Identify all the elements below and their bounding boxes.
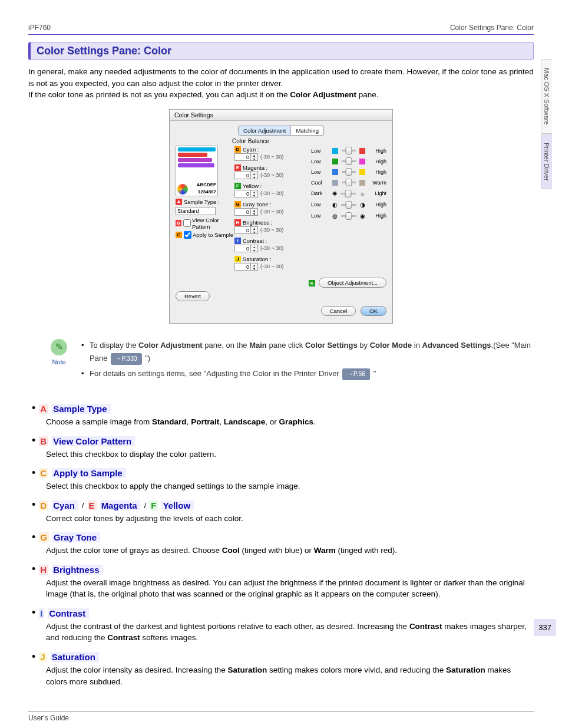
param-label-Contrast :: Contrast : <box>243 238 267 244</box>
view-pattern-label: View Color Pattern <box>192 217 234 230</box>
spin-range-0: (-30 ~ 30) <box>260 154 283 160</box>
slider-hi-1: High <box>365 159 386 164</box>
spin-input-2[interactable]: 0 <box>234 190 251 197</box>
header-rule <box>28 34 534 35</box>
spin-range-2: (-30 ~ 30) <box>260 190 283 196</box>
header-right: Color Settings Pane: Color <box>450 24 534 32</box>
item-def-desc: Correct color tones by adjusting the lev… <box>46 513 534 525</box>
item-i-desc: Adjust the contrast of the darkest and l… <box>46 621 534 644</box>
spin-buttons-3[interactable]: ▴▾ <box>251 208 258 216</box>
cancel-button[interactable]: Cancel <box>321 306 356 316</box>
tag-a: A <box>176 199 182 205</box>
spin-buttons-1[interactable]: ▴▾ <box>251 172 258 179</box>
slider-2[interactable] <box>342 171 356 173</box>
item-g-desc: Adjust the color tone of grays as desire… <box>46 545 534 556</box>
header-left: iPF760 <box>28 24 51 32</box>
spin-buttons-6[interactable]: ▴▾ <box>251 263 258 271</box>
item-b-header: •BView Color Pattern <box>32 436 534 446</box>
spin-input-5[interactable]: 0 <box>234 245 251 252</box>
param-label-Gray Tone :: Gray Tone : <box>243 201 272 207</box>
intro-p1: In general, make any needed adjustments … <box>28 67 534 88</box>
tag-g: G <box>234 201 241 207</box>
apply-to-sample-checkbox[interactable] <box>184 231 191 239</box>
tag-j: J <box>234 256 241 262</box>
spin-buttons-0[interactable]: ▴▾ <box>251 153 258 161</box>
slider-lo-3: Cool <box>311 180 332 186</box>
tag-f: F <box>234 183 241 189</box>
spin-input-0[interactable]: 0 <box>234 153 251 161</box>
section-title-bar: Color Settings Pane: Color <box>28 42 534 60</box>
item-def-header: • DCyan / EMagenta / FYellow <box>32 500 534 510</box>
apply-sample-label: Apply to Sample <box>193 232 233 238</box>
item-a-header: •ASample Type <box>32 404 534 414</box>
intro-p2b: Color Adjustment <box>290 90 356 99</box>
item-h-desc: Adjust the overall image brightness as d… <box>46 577 534 600</box>
slider-3[interactable] <box>342 182 356 183</box>
slider-6[interactable] <box>341 215 356 217</box>
view-color-pattern-checkbox[interactable] <box>183 219 191 227</box>
slider-hi-4: Light <box>365 190 386 196</box>
slider-hi-3: Warm <box>365 180 386 186</box>
spin-input-1[interactable]: 0 <box>234 172 251 179</box>
slider-lo-6: Low <box>311 213 332 219</box>
link-p56[interactable]: →P.56 <box>342 368 370 380</box>
slider-hi-5: High <box>365 202 386 207</box>
tab-matching[interactable]: Matching <box>291 126 324 136</box>
sidebar-tab-macos[interactable]: Mac OS X Software <box>541 59 552 134</box>
footer-rule <box>28 711 534 711</box>
intro-p2a: If the color tone as printed is not as y… <box>28 90 290 99</box>
spin-input-6[interactable]: 0 <box>234 263 251 271</box>
dialog-title: Color Settings <box>170 110 392 121</box>
tab-color-adjustment[interactable]: Color Adjustment <box>238 126 291 136</box>
intro-text: In general, make any needed adjustments … <box>28 66 534 101</box>
slider-lo-5: Low <box>311 202 332 207</box>
spin-range-5: (-30 ~ 30) <box>260 245 283 251</box>
sample-type-select[interactable]: Standard <box>176 207 216 215</box>
slider-hi-0: High <box>365 148 386 154</box>
spin-buttons-2[interactable]: ▴▾ <box>251 190 258 197</box>
color-settings-dialog: Color Settings Color AdjustmentMatching … <box>169 109 393 324</box>
item-c-header: •CApply to Sample <box>32 468 534 478</box>
ok-button[interactable]: OK <box>361 306 386 316</box>
sample-type-label: Sample Type : <box>184 199 220 205</box>
preview-text: ABCDEF <box>197 182 216 187</box>
sidebar-tabs: Mac OS X Software Printer Driver <box>541 59 555 189</box>
spin-range-4: (-30 ~ 30) <box>260 227 283 233</box>
slider-4[interactable] <box>340 193 356 195</box>
param-label-Cyan :: Cyan : <box>243 146 259 153</box>
slider-hi-6: High <box>365 213 386 219</box>
slider-hi-2: High <box>365 169 386 175</box>
item-j-header: •JSaturation <box>32 652 534 662</box>
param-label-Saturation :: Saturation : <box>243 256 272 262</box>
preview-num: 1234567 <box>198 189 216 195</box>
item-b-desc: Select this checkbox to display the colo… <box>46 449 534 460</box>
item-g-header: •GGray Tone <box>32 532 534 542</box>
object-adjustment-button[interactable]: Object Adjustment... <box>319 278 386 288</box>
param-label-Magenta :: Magenta : <box>243 164 267 171</box>
group-color-balance: Color Balance <box>232 138 386 144</box>
spin-range-3: (-30 ~ 30) <box>260 209 283 215</box>
slider-lo-0: Low <box>311 148 332 154</box>
intro-p2c: pane. <box>356 90 379 99</box>
note-item-2: For details on settings items, see "Adju… <box>81 367 534 380</box>
link-p330[interactable]: →P.330 <box>111 353 142 365</box>
section-title: Color Settings Pane: Color <box>37 45 527 57</box>
note-label: Note <box>52 358 65 365</box>
revert-button[interactable]: Revert <box>176 291 210 301</box>
slider-lo-2: Low <box>311 169 332 175</box>
slider-1[interactable] <box>342 160 356 162</box>
tag-h: H <box>234 219 241 226</box>
spin-input-3[interactable]: 0 <box>234 208 251 216</box>
item-j-desc: Adjust the color intensity as desired. I… <box>46 664 534 687</box>
spin-input-4[interactable]: 0 <box>234 226 251 234</box>
tag-k: K <box>309 280 315 286</box>
tag-b: B <box>176 220 181 226</box>
slider-5[interactable] <box>341 204 356 206</box>
tag-i: I <box>234 238 241 244</box>
slider-0[interactable] <box>342 150 356 151</box>
spin-range-1: (-30 ~ 30) <box>260 172 283 178</box>
spin-buttons-5[interactable]: ▴▾ <box>251 245 258 252</box>
spin-buttons-4[interactable]: ▴▾ <box>251 226 258 234</box>
sidebar-tab-printer-driver[interactable]: Printer Driver <box>541 134 552 190</box>
slider-lo-4: Dark <box>311 190 332 196</box>
